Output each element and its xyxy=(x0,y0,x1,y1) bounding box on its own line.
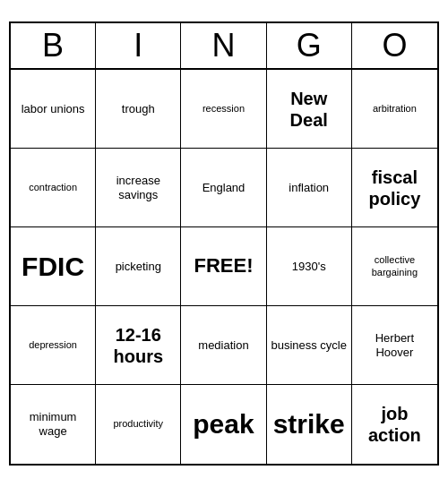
bingo-cell-22: peak xyxy=(181,385,266,464)
bingo-cell-0: labor unions xyxy=(11,70,96,149)
bingo-cell-24: job action xyxy=(352,385,437,464)
bingo-cell-3: New Deal xyxy=(267,70,352,149)
bingo-card: B I N G O labor unionstroughrecessionNew… xyxy=(9,21,439,466)
bingo-cell-2: recession xyxy=(181,70,266,149)
bingo-cell-13: 1930's xyxy=(267,227,352,306)
bingo-cell-16: 12-16 hours xyxy=(96,306,181,385)
header-b: B xyxy=(11,23,96,68)
bingo-cell-19: Herbert Hoover xyxy=(352,306,437,385)
bingo-cell-6: increase savings xyxy=(96,149,181,227)
bingo-cell-5: contraction xyxy=(11,149,96,227)
bingo-cell-21: productivity xyxy=(96,385,181,464)
bingo-cell-18: business cycle xyxy=(267,306,352,385)
bingo-cell-9: fiscal policy xyxy=(352,149,437,227)
bingo-cell-11: picketing xyxy=(96,227,181,306)
bingo-grid: labor unionstroughrecessionNew Dealarbit… xyxy=(11,70,437,464)
header-g: G xyxy=(267,23,352,68)
bingo-cell-1: trough xyxy=(96,70,181,149)
bingo-cell-23: strike xyxy=(267,385,352,464)
header-o: O xyxy=(352,23,437,68)
bingo-cell-20: minimum wage xyxy=(11,385,96,464)
bingo-cell-14: collective bargaining xyxy=(352,227,437,306)
bingo-cell-7: England xyxy=(181,149,266,227)
bingo-cell-4: arbitration xyxy=(352,70,437,149)
header-n: N xyxy=(181,23,266,68)
bingo-cell-17: mediation xyxy=(181,306,266,385)
bingo-cell-12: FREE! xyxy=(181,227,266,306)
bingo-cell-10: FDIC xyxy=(11,227,96,306)
bingo-cell-15: depression xyxy=(11,306,96,385)
bingo-header: B I N G O xyxy=(11,23,437,70)
header-i: I xyxy=(96,23,181,68)
bingo-cell-8: inflation xyxy=(267,149,352,227)
